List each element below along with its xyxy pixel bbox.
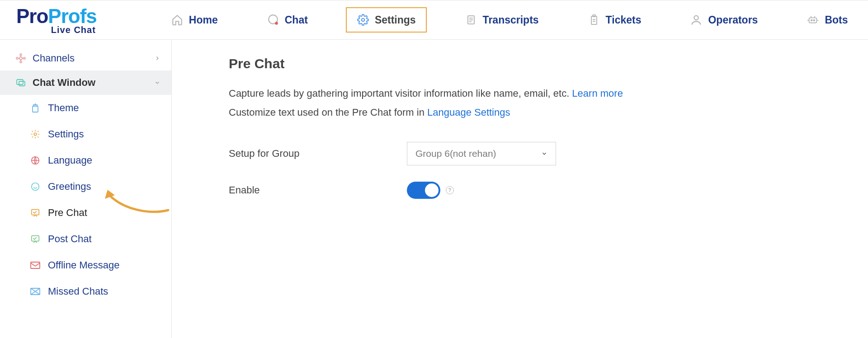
sidebar-language-label: Language: [48, 155, 92, 166]
svg-point-8: [811, 20, 812, 21]
sidebar-item-missed-chats[interactable]: Missed Chats: [0, 278, 171, 305]
missed-chats-icon: [30, 286, 41, 297]
sidebar-item-greetings[interactable]: Greetings: [0, 174, 171, 200]
enable-row: Enable ?: [229, 182, 868, 199]
svg-point-12: [20, 54, 22, 56]
sidebar-post-chat-label: Post Chat: [48, 233, 92, 245]
caret-down-icon: [541, 150, 547, 157]
description-line-2: Customize text used on the Pre Chat form…: [229, 107, 868, 118]
nav-home-label: Home: [189, 14, 218, 26]
sidebar-greetings-label: Greetings: [48, 181, 91, 192]
nav-bots-label: Bots: [825, 14, 848, 26]
pre-chat-icon: [30, 207, 41, 218]
top-nav: Pro Profs Live Chat Home Chat Settings: [0, 0, 868, 40]
nav-tickets[interactable]: Tickets: [577, 9, 652, 31]
nav-items: Home Chat Settings Transcripts: [160, 7, 868, 33]
language-settings-link[interactable]: Language Settings: [427, 107, 510, 118]
description-1-text: Capture leads by gathering important vis…: [229, 88, 572, 99]
sidebar-group-channels[interactable]: Channels: [0, 46, 171, 70]
sidebar-group-chat-window[interactable]: Chat Window: [0, 70, 171, 95]
nav-bots[interactable]: Bots: [796, 9, 859, 31]
sidebar-item-pre-chat[interactable]: Pre Chat: [0, 200, 171, 226]
sidebar-channels-label: Channels: [33, 52, 75, 64]
sidebar-pre-chat-label: Pre Chat: [48, 207, 87, 219]
help-icon[interactable]: ?: [446, 186, 454, 194]
nav-settings[interactable]: Settings: [346, 7, 427, 33]
setup-group-select[interactable]: Group 6(not rehan): [407, 142, 556, 165]
sidebar-settings-label: Settings: [48, 128, 84, 140]
svg-rect-17: [19, 81, 25, 86]
content-area: Pre Chat Capture leads by gathering impo…: [172, 40, 868, 338]
svg-point-2: [362, 19, 365, 22]
transcripts-icon: [465, 14, 477, 26]
nav-transcripts-label: Transcripts: [483, 14, 539, 26]
description-line-1: Capture leads by gathering important vis…: [229, 88, 868, 99]
nav-operators[interactable]: Operators: [679, 9, 769, 31]
home-icon: [171, 14, 184, 26]
sidebar-missed-chats-label: Missed Chats: [48, 286, 108, 297]
nav-chat[interactable]: Chat: [256, 9, 319, 31]
svg-rect-4: [591, 16, 597, 24]
sidebar-item-post-chat[interactable]: Post Chat: [0, 226, 171, 252]
nav-settings-label: Settings: [375, 14, 416, 26]
svg-point-19: [34, 133, 37, 136]
main-area: Channels Chat Window Theme Setting: [0, 40, 868, 338]
channels-icon: [15, 53, 26, 64]
enable-label: Enable: [229, 184, 407, 196]
svg-rect-18: [33, 106, 38, 112]
logo-first: Pro: [16, 5, 48, 28]
sidebar-chat-window-label: Chat Window: [33, 77, 95, 89]
logo-wordmark: Pro Profs: [16, 5, 97, 28]
sidebar-item-offline-message[interactable]: Offline Message: [0, 252, 171, 278]
svg-point-1: [275, 22, 278, 25]
svg-point-6: [694, 16, 698, 20]
chevron-right-icon: [154, 55, 160, 61]
offline-message-icon: [30, 260, 41, 271]
svg-rect-16: [17, 80, 23, 84]
sidebar-item-language[interactable]: Language: [0, 147, 171, 174]
nav-home[interactable]: Home: [160, 9, 229, 31]
brand-logo[interactable]: Pro Profs Live Chat: [16, 5, 97, 35]
setup-group-label: Setup for Group: [229, 148, 407, 160]
learn-more-link[interactable]: Learn more: [572, 88, 623, 99]
setup-group-value: Group 6(not rehan): [415, 148, 496, 159]
toggle-knob: [425, 183, 439, 197]
chat-window-icon: [15, 77, 26, 88]
svg-point-9: [814, 20, 815, 21]
bots-icon: [807, 14, 819, 26]
sidebar-item-settings[interactable]: Settings: [0, 121, 171, 147]
sidebar-theme-label: Theme: [48, 102, 79, 114]
sidebar-item-theme[interactable]: Theme: [0, 95, 171, 121]
svg-point-13: [20, 61, 22, 63]
svg-rect-24: [31, 262, 40, 268]
svg-rect-7: [809, 18, 817, 23]
sidebar-offline-message-label: Offline Message: [48, 259, 120, 271]
logo-second: Profs: [48, 5, 96, 28]
enable-toggle[interactable]: [407, 182, 440, 199]
page-title: Pre Chat: [229, 56, 868, 71]
nav-chat-label: Chat: [285, 14, 308, 26]
greetings-icon: [30, 181, 41, 192]
nav-operators-label: Operators: [708, 14, 758, 26]
language-icon: [30, 155, 41, 166]
svg-point-21: [32, 183, 39, 191]
operators-icon: [690, 14, 703, 26]
settings-icon: [357, 14, 369, 26]
tickets-icon: [588, 14, 600, 26]
nav-tickets-label: Tickets: [606, 14, 642, 26]
setup-group-row: Setup for Group Group 6(not rehan): [229, 142, 868, 165]
description-2-text: Customize text used on the Pre Chat form…: [229, 107, 427, 118]
chat-icon: [267, 14, 279, 26]
svg-point-15: [24, 57, 25, 59]
settings-gear-icon: [30, 129, 41, 140]
sidebar: Channels Chat Window Theme Setting: [0, 40, 172, 338]
post-chat-icon: [30, 234, 41, 244]
theme-icon: [30, 103, 41, 113]
nav-transcripts[interactable]: Transcripts: [454, 9, 550, 31]
svg-point-14: [16, 57, 18, 59]
svg-point-11: [19, 57, 22, 60]
logo-subtitle: Live Chat: [51, 25, 96, 35]
chevron-down-icon: [154, 80, 160, 86]
